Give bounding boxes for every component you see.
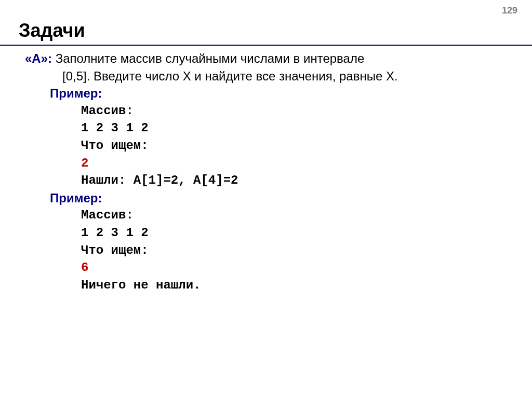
example-2-label: Пример:: [25, 189, 532, 207]
example-1-line-2: 1 2 3 1 2: [81, 119, 532, 137]
task-text-2: [0,5]. Введите число X и найдите все зна…: [25, 67, 532, 85]
page-title: Задачи: [0, 0, 532, 45]
example-1-line-5: Нашли: A[1]=2, A[4]=2: [81, 172, 532, 189]
example-1-label: Пример:: [25, 85, 532, 102]
title-divider: [0, 45, 532, 46]
example-2-block: Массив: 1 2 3 1 2 Что ищем: 6 Ничего не …: [25, 207, 532, 294]
example-2-line-5: Ничего не нашли.: [81, 277, 532, 294]
example-2-line-3: Что ищем:: [81, 242, 532, 259]
example-1-line-1: Массив:: [81, 102, 532, 120]
example-2-line-1: Массив:: [81, 207, 532, 224]
example-1-line-4: 2: [81, 155, 532, 172]
content-area: «A»: Заполните массив случайными числами…: [0, 50, 532, 294]
task-text-1: Заполните массив случайными числами в ин…: [52, 51, 364, 65]
example-2-line-2: 1 2 3 1 2: [81, 224, 532, 242]
example-1-line-3: Что ищем:: [81, 137, 532, 155]
example-1-block: Массив: 1 2 3 1 2 Что ищем: 2 Нашли: A[1…: [25, 102, 532, 189]
task-line-1: «A»: Заполните массив случайными числами…: [25, 50, 532, 67]
page-number: 129: [502, 5, 517, 16]
example-2-line-4: 6: [81, 259, 532, 277]
task-label: «A»:: [25, 51, 52, 65]
